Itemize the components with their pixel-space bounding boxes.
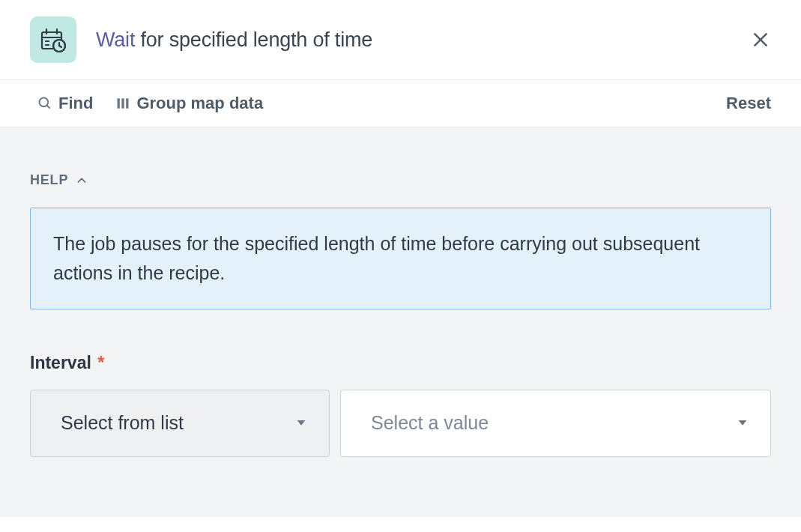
close-icon xyxy=(751,30,770,49)
chevron-up-icon xyxy=(76,175,88,187)
find-button[interactable]: Find xyxy=(37,94,93,113)
svg-point-12 xyxy=(40,98,49,107)
svg-line-13 xyxy=(47,106,50,109)
help-heading: HELP xyxy=(30,172,68,188)
header-bar: Wait for specified length of time xyxy=(0,0,801,80)
interval-mode-select[interactable]: Select from list xyxy=(30,390,330,457)
svg-rect-16 xyxy=(127,98,129,108)
caret-down-icon xyxy=(294,412,308,434)
svg-marker-17 xyxy=(297,420,306,426)
close-button[interactable] xyxy=(746,25,776,55)
required-mark: * xyxy=(97,353,104,372)
help-box: The job pauses for the specified length … xyxy=(30,208,771,309)
group-map-button[interactable]: Group map data xyxy=(115,94,263,113)
reset-button[interactable]: Reset xyxy=(726,94,771,113)
wait-app-icon xyxy=(30,16,76,63)
help-toggle[interactable]: HELP xyxy=(30,172,771,188)
interval-field-row: Select from list Select a value xyxy=(30,390,771,457)
group-map-icon xyxy=(115,96,130,111)
reset-label: Reset xyxy=(726,94,771,112)
svg-rect-14 xyxy=(118,98,120,108)
interval-label: Interval * xyxy=(30,353,771,373)
search-icon xyxy=(37,96,52,111)
interval-label-text: Interval xyxy=(30,353,91,372)
interval-mode-placeholder: Select from list xyxy=(61,412,184,434)
svg-marker-18 xyxy=(739,420,747,426)
title-rest: for specified length of time xyxy=(135,28,372,51)
interval-value-select[interactable]: Select a value xyxy=(340,390,771,457)
title-highlight: Wait xyxy=(96,28,135,51)
help-text: The job pauses for the specified length … xyxy=(53,233,700,283)
svg-rect-15 xyxy=(122,98,124,108)
find-label: Find xyxy=(58,94,93,113)
toolbar: Find Group map data Reset xyxy=(0,80,801,127)
group-map-label: Group map data xyxy=(136,94,263,113)
caret-down-icon xyxy=(736,412,749,434)
page-title: Wait for specified length of time xyxy=(96,28,372,52)
interval-value-placeholder: Select a value xyxy=(371,412,489,434)
body-area: HELP The job pauses for the specified le… xyxy=(0,127,801,517)
